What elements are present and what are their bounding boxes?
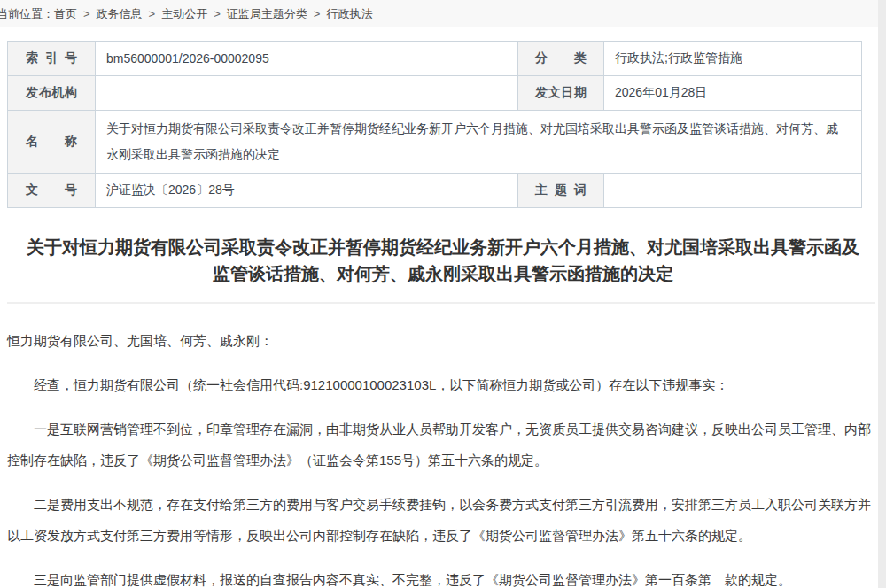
paragraph-violation-3: 三是向监管部门提供虚假材料，报送的自查报告内容不真实、不完整，违反了《期货公司监… xyxy=(7,564,874,588)
page-title: 关于对恒力期货有限公司采取责令改正并暂停期货经纪业务新开户六个月措施、对尤国培采… xyxy=(19,234,867,287)
meta-row-index: 索引号 bm56000001/2026-00002095 分类 行政执法;行政监… xyxy=(8,42,862,76)
scrollbar-track[interactable] xyxy=(878,0,886,588)
breadcrumb-separator: > xyxy=(149,7,156,20)
breadcrumb-separator: > xyxy=(83,7,90,20)
issue-date-value: 2026年01月28日 xyxy=(604,76,862,111)
name-label: 名称 xyxy=(8,111,96,174)
meta-row-name: 名称 关于对恒力期货有限公司采取责令改正并暂停期货经纪业务新开户六个月措施、对尤… xyxy=(8,111,862,174)
addressee-line: 恒力期货有限公司、尤国培、何芳、戚永刚： xyxy=(7,325,874,356)
issuing-agency-label: 发布机构 xyxy=(8,76,96,111)
paragraph-findings-intro: 经查，恒力期货有限公司（统一社会信用代码:91210000100023103L，… xyxy=(7,369,874,400)
document-meta-table: 索引号 bm56000001/2026-00002095 分类 行政执法;行政监… xyxy=(7,41,862,208)
breadcrumb-link-csrc-topic[interactable]: 证监局主题分类 xyxy=(227,6,307,22)
index-number-label: 索引号 xyxy=(8,42,96,76)
title-divider xyxy=(7,302,875,304)
meta-row-issuer: 发布机构 发文日期 2026年01月28日 xyxy=(8,76,862,111)
paragraph-violation-2: 二是费用支出不规范，存在支付给第三方的费用与客户交易手续费挂钩，以会务费方式支付… xyxy=(7,489,874,551)
index-number-value: bm56000001/2026-00002095 xyxy=(96,42,518,76)
issue-date-label: 发文日期 xyxy=(518,76,604,111)
category-value: 行政执法;行政监管措施 xyxy=(604,42,862,76)
breadcrumb-link-home[interactable]: 首页 xyxy=(54,6,77,22)
subject-words-value xyxy=(604,174,862,208)
meta-row-docnumber: 文号 沪证监决〔2026〕28号 主题词 xyxy=(8,174,862,208)
document-body: 恒力期货有限公司、尤国培、何芳、戚永刚： 经查，恒力期货有限公司（统一社会信用代… xyxy=(7,325,874,588)
breadcrumb: 当前位置： 首页 > 政务信息 > 主动公开 > 证监局主题分类 > 行政执法 xyxy=(0,0,886,27)
breadcrumb-link-public-disclosure[interactable]: 主动公开 xyxy=(161,6,207,22)
paragraph-violation-1: 一是互联网营销管理不到位，印章管理存在漏洞，由非期货从业人员帮助开发客户，无资质… xyxy=(7,414,874,476)
name-value: 关于对恒力期货有限公司采取责令改正并暂停期货经纪业务新开户六个月措施、对尤国培采… xyxy=(96,111,862,174)
breadcrumb-separator: > xyxy=(214,7,221,20)
breadcrumb-label: 当前位置： xyxy=(0,6,54,22)
document-number-label: 文号 xyxy=(8,174,96,208)
breadcrumb-link-gov-info[interactable]: 政务信息 xyxy=(97,6,143,22)
breadcrumb-link-enforcement[interactable]: 行政执法 xyxy=(326,6,372,22)
document-number-value: 沪证监决〔2026〕28号 xyxy=(96,174,518,208)
breadcrumb-separator: > xyxy=(314,7,321,20)
category-label: 分类 xyxy=(518,42,604,76)
issuing-agency-value xyxy=(96,76,518,111)
subject-words-label: 主题词 xyxy=(518,174,604,208)
